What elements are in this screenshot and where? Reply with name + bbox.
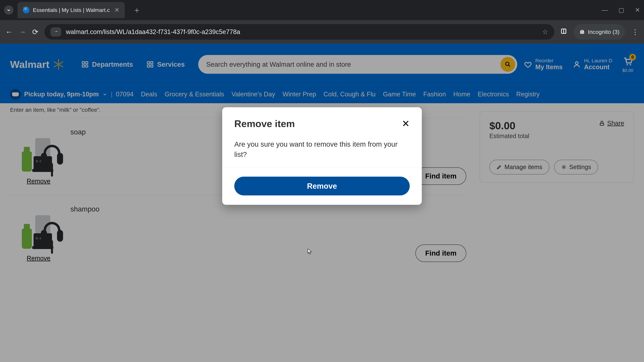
svg-rect-3 (564, 29, 566, 33)
window-minimize-icon[interactable]: — (602, 6, 608, 13)
svg-point-5 (582, 32, 584, 34)
toolbar: ← → ⟳ walmart.com/lists/WL/a1daa432-f731… (0, 20, 644, 43)
incognito-label: Incognito (3) (588, 29, 620, 35)
page: Walmart Departments Services Reorder (0, 43, 644, 362)
dialog-message: Are you sure you want to remove this ite… (234, 139, 399, 160)
dialog-confirm-button[interactable]: Remove (234, 177, 410, 195)
browser-chrome: Essentials | My Lists | Walmart.c ✕ ＋ — … (0, 0, 644, 43)
remove-item-dialog: Remove item ✕ Are you sure you want to r… (222, 107, 422, 205)
window-controls: — ▢ ✕ (602, 6, 640, 13)
site-info-button[interactable] (50, 27, 61, 36)
address-bar[interactable]: walmart.com/lists/WL/a1daa432-f731-437f-… (44, 24, 554, 39)
url-text: walmart.com/lists/WL/a1daa432-f731-437f-… (66, 28, 538, 35)
dialog-title: Remove item (234, 118, 295, 129)
tab-close-icon[interactable]: ✕ (114, 6, 120, 13)
mouse-cursor-icon (306, 248, 313, 254)
window-maximize-icon[interactable]: ▢ (618, 6, 624, 13)
tab-title: Essentials | My Lists | Walmart.c (33, 7, 111, 13)
browser-menu-icon[interactable]: ⋮ (632, 28, 639, 36)
nav-back-button[interactable]: ← (5, 28, 13, 36)
tab-favicon (23, 7, 30, 13)
new-tab-button[interactable]: ＋ (129, 5, 141, 15)
bookmark-star-icon[interactable]: ☆ (542, 28, 548, 36)
browser-tab[interactable]: Essentials | My Lists | Walmart.c ✕ (18, 2, 125, 18)
svg-point-0 (55, 31, 56, 32)
modal-scrim[interactable]: Remove item ✕ Are you sure you want to r… (0, 43, 644, 362)
dialog-close-icon[interactable]: ✕ (402, 118, 410, 129)
tab-search-button[interactable] (4, 5, 14, 15)
window-close-icon[interactable]: ✕ (635, 6, 640, 13)
nav-reload-button[interactable]: ⟳ (32, 28, 38, 36)
incognito-indicator[interactable]: Incognito (3) (574, 24, 625, 39)
nav-forward-button[interactable]: → (19, 28, 26, 36)
tab-strip: Essentials | My Lists | Walmart.c ✕ ＋ — … (0, 0, 644, 20)
svg-rect-1 (56, 31, 57, 32)
reading-mode-icon[interactable] (560, 28, 567, 36)
svg-point-4 (580, 32, 582, 34)
